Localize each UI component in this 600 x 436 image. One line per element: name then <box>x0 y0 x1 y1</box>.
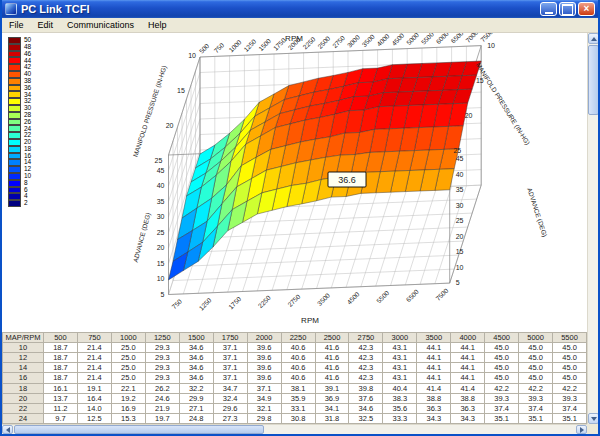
title-bar[interactable]: PC Link TCFI × <box>2 0 598 18</box>
table-cell[interactable]: 19.1 <box>77 383 111 393</box>
table-cell[interactable]: 35.1 <box>553 413 587 423</box>
menu-item-file[interactable]: File <box>2 18 31 33</box>
table-cell[interactable]: 18.7 <box>44 353 78 363</box>
horizontal-scroll-thumb[interactable] <box>14 425 264 434</box>
table-cell[interactable]: 29.6 <box>213 403 247 413</box>
table-cell[interactable]: 26.2 <box>145 383 179 393</box>
table-cell[interactable]: 38.1 <box>281 383 315 393</box>
table-cell[interactable]: 44.1 <box>451 353 485 363</box>
table-cell[interactable]: 29.3 <box>145 373 179 383</box>
table-cell[interactable]: 21.9 <box>145 403 179 413</box>
table-cell[interactable]: 25.0 <box>111 363 145 373</box>
table-cell[interactable]: 24.8 <box>179 413 213 423</box>
table-cell[interactable]: 12.5 <box>77 413 111 423</box>
table-cell[interactable]: 40.6 <box>281 373 315 383</box>
table-cell[interactable]: 38.8 <box>417 393 451 403</box>
table-cell[interactable]: 32.1 <box>247 403 281 413</box>
table-cell[interactable]: 25.0 <box>111 353 145 363</box>
table-cell[interactable]: 34.9 <box>247 393 281 403</box>
table-cell[interactable]: 21.4 <box>77 343 111 353</box>
table-cell[interactable]: 36.9 <box>315 393 349 403</box>
table-cell[interactable]: 18.7 <box>44 363 78 373</box>
scroll-up-button[interactable] <box>588 33 598 44</box>
table-cell[interactable]: 15.3 <box>111 413 145 423</box>
table-cell[interactable]: 41.6 <box>315 353 349 363</box>
table-cell[interactable]: 37.4 <box>485 403 519 413</box>
table-cell[interactable]: 21.4 <box>77 363 111 373</box>
table-cell[interactable]: 42.3 <box>349 353 383 363</box>
table-cell[interactable]: 11.2 <box>44 403 78 413</box>
menu-item-help[interactable]: Help <box>141 18 174 33</box>
table-cell[interactable]: 39.3 <box>519 393 553 403</box>
table-cell[interactable]: 29.9 <box>179 393 213 403</box>
table-cell[interactable]: 45.0 <box>485 373 519 383</box>
table-cell[interactable]: 25.0 <box>111 343 145 353</box>
table-cell[interactable]: 45.0 <box>519 363 553 373</box>
table-cell[interactable]: 32.2 <box>179 383 213 393</box>
table-cell[interactable]: 42.2 <box>553 383 587 393</box>
table-cell[interactable]: 32.5 <box>349 413 383 423</box>
table-cell[interactable]: 38.3 <box>383 393 417 403</box>
table-cell[interactable]: 19.7 <box>145 413 179 423</box>
table-cell[interactable]: 45.0 <box>553 373 587 383</box>
table-cell[interactable]: 39.6 <box>247 363 281 373</box>
table-cell[interactable]: 34.6 <box>179 343 213 353</box>
table-cell[interactable]: 45.0 <box>485 343 519 353</box>
table-cell[interactable]: 45.0 <box>485 363 519 373</box>
table-cell[interactable]: 42.3 <box>349 373 383 383</box>
table-cell[interactable]: 45.0 <box>553 363 587 373</box>
table-cell[interactable]: 34.3 <box>417 413 451 423</box>
table-cell[interactable]: 44.1 <box>451 343 485 353</box>
table-cell[interactable]: 40.4 <box>383 383 417 393</box>
table-cell[interactable]: 31.8 <box>315 413 349 423</box>
table-cell[interactable]: 37.6 <box>349 393 383 403</box>
table-cell[interactable]: 45.0 <box>519 343 553 353</box>
table-cell[interactable]: 44.1 <box>417 373 451 383</box>
table-cell[interactable]: 34.6 <box>179 373 213 383</box>
table-cell[interactable]: 37.1 <box>213 363 247 373</box>
table-cell[interactable]: 18.7 <box>44 343 78 353</box>
table-cell[interactable]: 36.3 <box>451 403 485 413</box>
menu-item-edit[interactable]: Edit <box>31 18 61 33</box>
menu-item-communications[interactable]: Communications <box>60 18 141 33</box>
table-cell[interactable]: 35.6 <box>383 403 417 413</box>
table-cell[interactable]: 36.3 <box>417 403 451 413</box>
minimize-button[interactable] <box>540 2 557 16</box>
table-cell[interactable]: 39.6 <box>247 373 281 383</box>
table-cell[interactable]: 40.6 <box>281 363 315 373</box>
table-cell[interactable]: 35.9 <box>281 393 315 403</box>
table-cell[interactable]: 29.3 <box>145 353 179 363</box>
table-cell[interactable]: 34.7 <box>213 383 247 393</box>
table-cell[interactable]: 34.6 <box>179 363 213 373</box>
table-cell[interactable]: 16.4 <box>77 393 111 403</box>
scroll-right-button[interactable] <box>576 425 587 434</box>
table-cell[interactable]: 34.6 <box>349 403 383 413</box>
table-cell[interactable]: 35.1 <box>519 413 553 423</box>
table-cell[interactable]: 45.0 <box>485 353 519 363</box>
table-cell[interactable]: 34.3 <box>451 413 485 423</box>
vertical-scrollbar[interactable] <box>587 33 598 424</box>
table-cell[interactable]: 44.1 <box>451 363 485 373</box>
maximize-button[interactable] <box>559 2 576 16</box>
table-cell[interactable]: 42.3 <box>349 363 383 373</box>
vertical-scroll-thumb[interactable] <box>588 45 598 115</box>
table-cell[interactable]: 39.3 <box>553 393 587 403</box>
scroll-down-button[interactable] <box>588 413 598 424</box>
table-cell[interactable]: 40.6 <box>281 353 315 363</box>
table-cell[interactable]: 9.7 <box>44 413 78 423</box>
table-cell[interactable]: 18.7 <box>44 373 78 383</box>
table-cell[interactable]: 43.1 <box>383 373 417 383</box>
table-cell[interactable]: 27.1 <box>179 403 213 413</box>
table-cell[interactable]: 37.1 <box>213 373 247 383</box>
table-cell[interactable]: 39.1 <box>315 383 349 393</box>
table-cell[interactable]: 37.4 <box>519 403 553 413</box>
table-cell[interactable]: 34.1 <box>315 403 349 413</box>
table-cell[interactable]: 41.4 <box>417 383 451 393</box>
close-button[interactable]: × <box>578 2 595 16</box>
table-cell[interactable]: 39.8 <box>349 383 383 393</box>
table-cell[interactable]: 39.6 <box>247 353 281 363</box>
table-cell[interactable]: 16.1 <box>44 383 78 393</box>
table-cell[interactable]: 32.4 <box>213 393 247 403</box>
table-cell[interactable]: 41.6 <box>315 373 349 383</box>
table-cell[interactable]: 44.1 <box>417 343 451 353</box>
